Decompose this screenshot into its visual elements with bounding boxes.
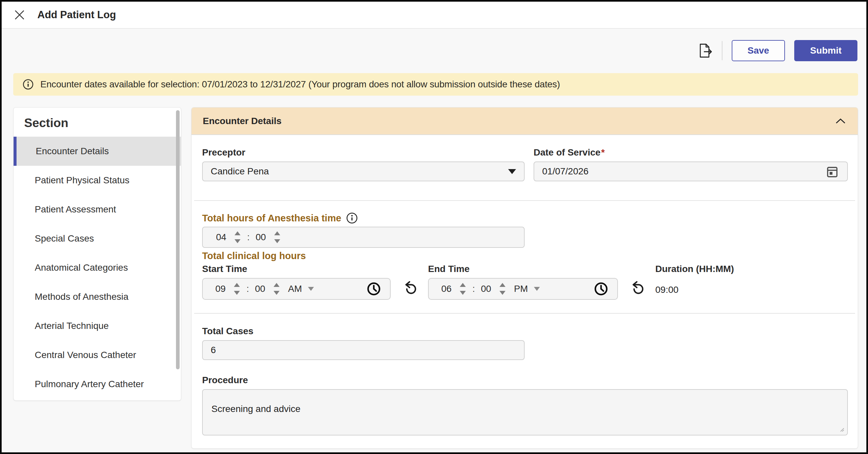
info-icon [23,79,34,90]
start-time-group: Start Time 09 : 00 [202,263,428,300]
total-cases-input[interactable]: 6 [202,340,525,360]
resize-handle[interactable] [839,427,844,432]
spinner-up-icon[interactable] [274,283,280,287]
sidebar-item-special-cases[interactable]: Special Cases [13,224,181,253]
file-export-icon [696,42,713,59]
banner-text: Encounter dates available for selection:… [40,79,560,90]
sidebar-scrollbar-thumb[interactable] [176,110,180,369]
undo-icon [403,280,418,295]
export-button[interactable] [696,42,713,59]
anesthesia-hours-value[interactable]: 04 [216,232,230,243]
collapse-button[interactable] [835,118,846,124]
start-meridiem-select[interactable]: AM [288,283,302,294]
time-separator: : [247,232,250,243]
chevron-up-icon [835,118,846,124]
spinner-up-icon[interactable] [235,231,241,235]
start-minutes-stepper [274,283,280,295]
spinner-up-icon[interactable] [460,283,466,287]
spinner-up-icon[interactable] [234,283,240,287]
submit-button[interactable]: Submit [794,40,858,61]
anesthesia-minutes-value[interactable]: 00 [256,232,270,243]
procedure-label: Procedure [202,374,848,386]
spinner-down-icon[interactable] [460,291,466,295]
undo-icon [630,280,645,295]
date-of-service-label: Date of Service* [533,147,848,158]
preceptor-value: Candice Pena [211,166,269,177]
info-icon[interactable] [346,212,358,224]
spinner-down-icon[interactable] [274,239,280,243]
sidebar-item-patient-assessment[interactable]: Patient Assessment [13,195,181,224]
calendar-button[interactable] [825,164,839,178]
end-minutes-stepper [499,283,505,295]
sidebar-item-pulmonary-artery-catheter[interactable]: Pulmonary Artery Catheter [13,370,181,399]
dropdown-caret-icon [534,287,540,291]
calendar-icon [825,164,839,178]
duration-label: Duration (HH:MM) [655,263,734,275]
start-minutes-value[interactable]: 00 [255,283,269,294]
duration-value: 09:00 [655,284,734,295]
start-hours-stepper [234,283,240,295]
clock-icon [366,281,381,297]
divider [194,313,855,314]
spinner-down-icon[interactable] [235,239,241,243]
date-of-service-input[interactable]: 01/07/2026 [533,161,848,181]
date-of-service-value: 01/07/2026 [542,166,588,177]
procedure-value: Screening and advice [211,404,300,414]
preceptor-select[interactable]: Candice Pena [202,161,525,181]
start-time-input[interactable]: 09 : 00 [202,278,391,300]
start-time-clock-button[interactable] [366,281,381,297]
sidebar-item-patient-physical-status[interactable]: Patient Physical Status [13,166,181,195]
date-of-service-group: Date of Service* 01/07/2026 [533,147,848,181]
save-button[interactable]: Save [732,40,785,61]
encounter-details-form: Preceptor Candice Pena Date of Service* … [191,135,858,435]
end-hours-stepper [460,283,466,295]
section-accordion-header[interactable]: Encounter Details [191,108,858,135]
start-time-reset-button[interactable] [403,280,418,295]
end-time-label: End Time [428,263,655,275]
end-time-input[interactable]: 06 : 00 [428,278,618,300]
sidebar-item-arterial-technique[interactable]: Arterial Technique [13,311,181,340]
close-icon [14,9,25,21]
top-bar: Add Patient Log [2,2,866,29]
sidebar-item-encounter-details[interactable]: Encounter Details [13,137,181,166]
spinner-up-icon[interactable] [274,231,280,235]
add-patient-log-window: Add Patient Log Save Submit Encounter da… [0,0,868,454]
anesthesia-hours-stepper [235,231,241,243]
end-hours-value[interactable]: 06 [441,283,455,294]
spinner-down-icon[interactable] [234,291,240,295]
procedure-textarea[interactable]: Screening and advice [202,389,848,435]
required-asterisk: * [601,147,605,157]
encounter-details-panel: Encounter Details Preceptor Candice Pena [191,107,858,449]
end-minutes-value[interactable]: 00 [481,283,495,294]
preceptor-group: Preceptor Candice Pena [202,147,525,181]
section-title: Encounter Details [203,116,281,126]
divider [194,200,855,201]
sidebar-item-anatomical-categories[interactable]: Anatomical Categories [13,253,181,282]
anesthesia-time-label: Total hours of Anesthesia time [202,213,341,224]
end-time-clock-button[interactable] [593,281,609,297]
dropdown-caret-icon [508,169,516,174]
end-meridiem-select[interactable]: PM [514,283,528,294]
time-separator: : [472,283,475,294]
end-time-group: End Time 06 : 00 [428,263,655,300]
end-time-reset-button[interactable] [630,280,645,295]
duration-group: Duration (HH:MM) 09:00 [655,263,734,300]
sidebar-item-central-venous-catheter[interactable]: Central Venous Catheter [13,340,181,370]
anesthesia-minutes-stepper [274,231,280,243]
total-cases-value: 6 [211,345,216,355]
close-button[interactable] [12,8,27,22]
time-separator: : [246,283,249,294]
dropdown-caret-icon [308,287,314,291]
toolbar-divider [722,41,722,60]
toolbar: Save Submit [2,40,866,61]
section-sidebar: Section Encounter Details Patient Physic… [13,107,181,401]
start-hours-value[interactable]: 09 [215,283,229,294]
start-time-label: Start Time [202,263,428,275]
spinner-down-icon[interactable] [499,291,505,295]
spinner-down-icon[interactable] [274,291,280,295]
sidebar-item-methods-of-anesthesia[interactable]: Methods of Anesthesia [13,282,181,311]
clinical-log-hours-label: Total clinical log hours [202,250,848,262]
spinner-up-icon[interactable] [499,283,505,287]
total-cases-label: Total Cases [202,326,848,337]
anesthesia-time-input[interactable]: 04 : 00 [202,227,525,248]
